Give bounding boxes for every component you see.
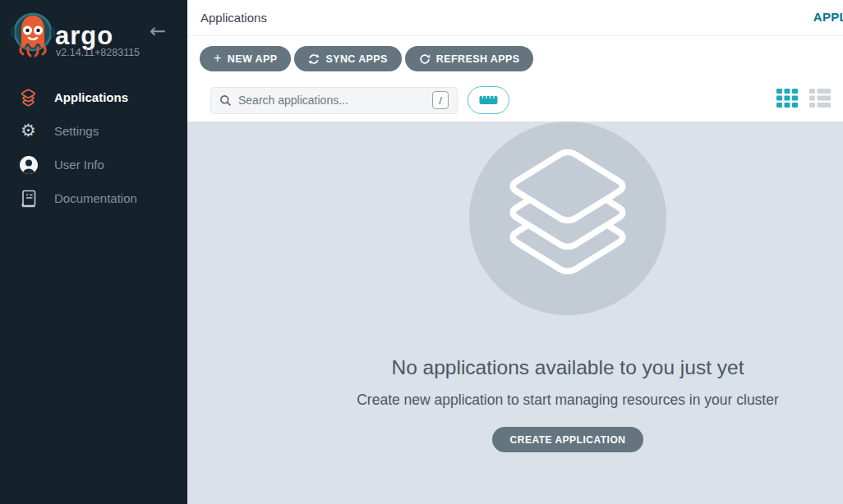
create-application-button[interactable]: CREATE APPLICATION: [492, 427, 644, 452]
empty-state-circle: [469, 121, 666, 315]
search-input[interactable]: [238, 94, 432, 107]
argo-logo-icon: [10, 11, 56, 62]
plus-icon: +: [214, 51, 222, 66]
sync-icon: [308, 53, 320, 65]
refresh-apps-button[interactable]: REFRESH APPS: [405, 46, 534, 71]
sidebar-nav: Applications ⚙ Settings User Info: [0, 80, 187, 215]
sidebar-item-applications[interactable]: Applications: [0, 80, 187, 114]
user-icon: [17, 155, 39, 175]
toolbar: + NEW APP SYNC APPS: [187, 36, 843, 121]
sidebar-item-label: Settings: [54, 124, 99, 138]
version-label: v2.14.11+8283115: [56, 47, 140, 58]
view-toggles: [776, 89, 831, 108]
ruler-bar-icon: [479, 95, 498, 105]
sidebar-item-settings[interactable]: ⚙ Settings: [0, 114, 187, 148]
empty-state-title: No applications available to you just ye…: [240, 356, 843, 379]
book-icon: [17, 189, 39, 208]
layered-stack-icon: [502, 140, 633, 279]
empty-state-subtitle: Create new application to start managing…: [240, 392, 843, 409]
gear-icon: ⚙: [17, 122, 39, 140]
refresh-icon: [419, 53, 431, 65]
action-buttons: + NEW APP SYNC APPS: [200, 46, 533, 71]
sidebar: argo ← v2.14.11+8283115 Applications ⚙ S…: [0, 0, 187, 504]
empty-state-wrap: No applications available to you just ye…: [240, 121, 843, 452]
new-app-button[interactable]: + NEW APP: [200, 46, 291, 71]
applications-empty-state: No applications available to you just ye…: [187, 121, 843, 504]
page-title: Applications: [200, 11, 267, 25]
collapse-sidebar-icon[interactable]: ←: [150, 20, 166, 43]
sidebar-item-documentation[interactable]: Documentation: [0, 181, 187, 215]
sidebar-item-label: User Info: [54, 158, 104, 172]
main-area: Applications APPL + NEW APP SYNC APPS: [187, 0, 843, 504]
search-icon: [219, 94, 232, 107]
sidebar-header: argo ← v2.14.11+8283115: [0, 0, 187, 71]
sidebar-item-user-info[interactable]: User Info: [0, 148, 187, 181]
list-view-icon[interactable]: [809, 89, 831, 108]
applications-stack-icon: [17, 87, 39, 108]
slash-shortcut-badge: /: [432, 91, 449, 109]
search-box[interactable]: /: [210, 87, 458, 114]
applications-breadcrumb-link[interactable]: APPL: [813, 10, 843, 24]
sidebar-item-label: Applications: [54, 90, 128, 104]
grid-view-icon[interactable]: [776, 89, 798, 108]
status-bar-toggle-button[interactable]: [468, 86, 509, 114]
search-row: /: [210, 86, 509, 114]
sidebar-item-label: Documentation: [54, 191, 137, 205]
top-bar: Applications APPL: [187, 0, 843, 36]
sync-apps-button[interactable]: SYNC APPS: [294, 46, 401, 71]
